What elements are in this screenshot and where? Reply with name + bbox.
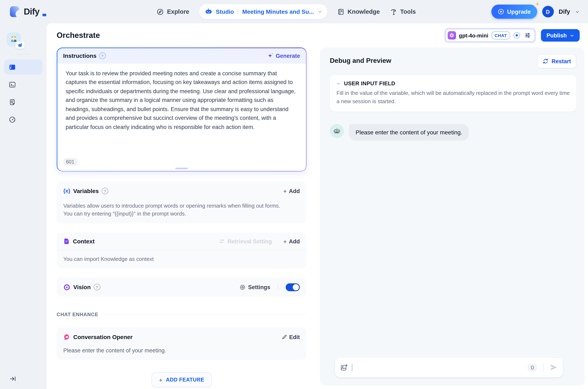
user-input-field-description: Fill in the value of the variable, which… (336, 89, 570, 105)
vision-settings-button[interactable]: Settings (239, 284, 270, 290)
chat-enhance-label: CHAT ENHANCE (57, 312, 98, 318)
variables-add-button[interactable]: + Add (283, 188, 300, 194)
app-sidebar (0, 23, 47, 389)
upgrade-star-icon (498, 8, 504, 15)
sidebar-expand-icon[interactable] (9, 375, 16, 382)
opener-message: Please enter the content of your meeting… (57, 347, 306, 360)
tools-label: Tools (400, 8, 416, 15)
user-input-field-title: USER INPUT FIELD (344, 80, 395, 87)
plus-icon: + (159, 377, 163, 383)
terminal-icon (9, 81, 16, 88)
input-divider (543, 363, 544, 372)
dify-logo-cursor (42, 14, 46, 16)
debug-title: Debug and Preview (330, 57, 391, 65)
canvas-body: Instructions Generate (47, 47, 588, 389)
knowledge-book-icon (337, 8, 344, 15)
context-header: Context Retrieval Setting (57, 232, 306, 250)
model-selector[interactable]: gpt-4o-mini CHAT (445, 29, 535, 42)
gauge-icon (9, 116, 16, 123)
user-avatar[interactable]: D (542, 6, 554, 17)
generate-button[interactable]: Generate (267, 53, 300, 59)
breadcrumb-app-name[interactable]: Meeting Minutes and Su... (242, 8, 314, 15)
user-input-field-header[interactable]: USER INPUT FIELD (336, 80, 570, 87)
publish-label: Publish (546, 32, 567, 38)
restart-button[interactable]: Restart (537, 54, 576, 68)
opener-title: Conversation Opener (73, 334, 133, 340)
instructions-panel: Instructions Generate (57, 47, 306, 171)
orchestrate-window-icon (9, 64, 16, 70)
conversation-opener-section: Conversation Opener Edit Please ente (57, 327, 306, 360)
app-mode-chatbot-badge-icon (15, 42, 25, 49)
upgrade-button[interactable]: Upgrade (491, 4, 537, 19)
vision-divider (278, 284, 278, 290)
chat-heart-icon (63, 333, 70, 341)
nav-tools[interactable]: Tools (390, 8, 416, 15)
model-diamond-icon (513, 32, 520, 39)
context-section: Context Retrieval Setting (57, 232, 306, 268)
dify-logo-icon (8, 5, 21, 18)
vision-settings-label: Settings (248, 284, 270, 290)
sidebar-item-orchestrate[interactable] (4, 60, 42, 74)
opener-edit-label: Edit (289, 334, 300, 340)
variables-description: Variables allow users to introduce promp… (57, 200, 295, 224)
chat-enhance-divider (103, 314, 306, 315)
app-breadcrumb[interactable]: Studio / Meeting Minutes and Su... (199, 4, 327, 19)
variables-help-icon[interactable] (102, 188, 108, 194)
vision-help-icon[interactable] (94, 284, 100, 291)
sidebar-nav (0, 60, 47, 127)
page-title: Orchestrate (57, 31, 100, 40)
upgrade-label: Upgrade (507, 8, 531, 15)
logs-document-icon (9, 98, 16, 105)
variables-header: Variables + Add (57, 181, 306, 200)
bot-message-bubble: Please enter the content of your meeting… (349, 124, 469, 141)
add-feature-button[interactable]: + ADD FEATURE (151, 372, 212, 387)
prompt-char-count: 601 (63, 158, 77, 165)
retrieval-setting-button[interactable]: Retrieval Setting (219, 238, 272, 244)
user-input-field-card: USER INPUT FIELD Fill in the value of th… (330, 75, 576, 111)
account-chevron-down-icon[interactable] (575, 9, 580, 14)
context-add-button[interactable]: + Add (283, 238, 300, 244)
app-root: Dify Explore (0, 0, 588, 389)
vision-toggle[interactable] (286, 283, 300, 291)
sidebar-item-monitoring[interactable] (4, 112, 42, 127)
sidebar-item-logs[interactable] (4, 95, 42, 109)
model-params-sliders-icon[interactable] (524, 32, 531, 39)
chat-message-input[interactable] (357, 364, 523, 371)
vision-section: Vision Settings (57, 278, 306, 297)
nav-knowledge[interactable]: Knowledge (337, 8, 380, 15)
config-column: Instructions Generate (57, 47, 306, 389)
refresh-icon (543, 58, 549, 64)
opener-edit-button[interactable]: Edit (281, 334, 300, 340)
publish-chevron-down-icon (570, 33, 574, 38)
image-upload-icon[interactable] (340, 364, 348, 371)
nav-explore[interactable]: Explore (157, 8, 189, 15)
plus-icon: + (283, 188, 287, 194)
context-empty-hint: You can import Knowledge as context (57, 251, 306, 268)
instructions-help-icon[interactable] (99, 52, 106, 59)
app-icon[interactable] (7, 32, 20, 46)
breadcrumb-studio[interactable]: Studio (216, 8, 234, 15)
publish-button[interactable]: Publish (541, 29, 580, 42)
account-name[interactable]: Dify (559, 8, 570, 15)
retrieval-sliders-icon (219, 238, 225, 244)
top-header: Dify Explore (0, 0, 588, 23)
explore-icon (157, 8, 164, 15)
send-icon[interactable] (549, 363, 558, 372)
vision-title: Vision (73, 284, 91, 291)
prompt-editor[interactable]: Your task is to review the provided meet… (57, 64, 306, 171)
sidebar-item-api-access[interactable] (4, 77, 42, 92)
collapse-chevron-icon (336, 81, 341, 86)
prompt-resize-handle[interactable] (175, 167, 188, 169)
pencil-icon (281, 334, 287, 340)
generate-label: Generate (276, 53, 300, 59)
header-right: Upgrade D Dify (491, 4, 580, 19)
topbar-right: gpt-4o-mini CHAT (445, 29, 580, 42)
tools-hammer-icon (390, 8, 397, 15)
main-canvas: Orchestrate gpt-4o-mini CHAT (47, 23, 588, 389)
variables-brace-icon (63, 188, 70, 194)
chevron-down-icon[interactable] (317, 9, 322, 14)
knowledge-label: Knowledge (348, 8, 380, 15)
context-add-label: Add (289, 238, 300, 244)
dify-logo[interactable]: Dify (8, 5, 46, 18)
workspace: Orchestrate gpt-4o-mini CHAT (0, 23, 588, 389)
